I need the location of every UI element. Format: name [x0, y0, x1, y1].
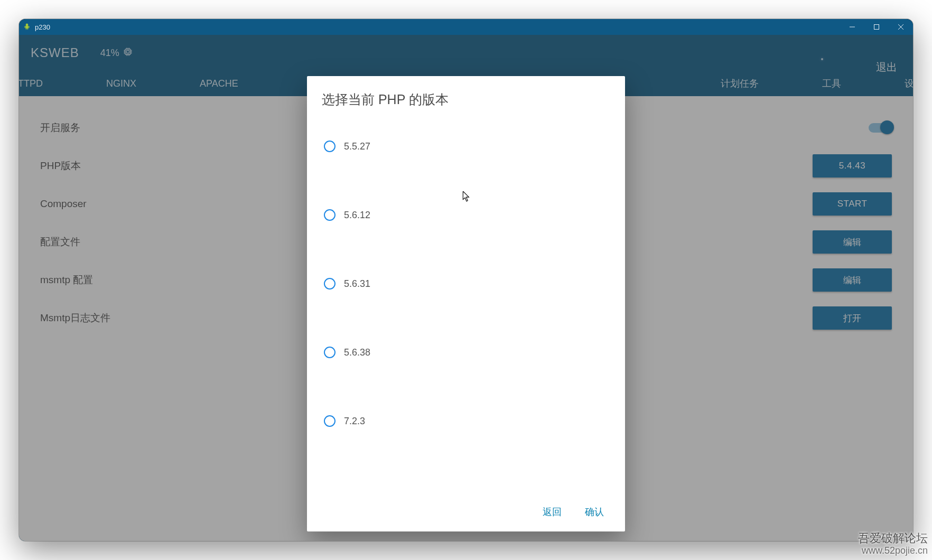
dialog-confirm-button[interactable]: 确认: [585, 506, 604, 518]
window-controls: [840, 19, 913, 35]
php-option-5-5-27[interactable]: 5.5.27: [324, 121, 608, 190]
dialog-body: 5.5.27 5.6.12 5.6.31 5.6.38 7.2.3: [307, 116, 625, 498]
minimize-button[interactable]: [840, 19, 864, 35]
php-option-5-6-31[interactable]: 5.6.31: [324, 258, 608, 327]
android-icon: [23, 23, 31, 31]
svg-rect-6: [874, 25, 879, 30]
watermark-line2: www.52pojie.cn: [858, 545, 928, 557]
option-label: 5.5.27: [344, 141, 370, 152]
radio-icon: [324, 415, 335, 427]
app-window: p230 KSWEB 41%: [19, 19, 913, 541]
radio-icon: [324, 347, 335, 358]
php-version-dialog: 选择当前 PHP 的版本 5.5.27 5.6.12 5.6.31 5.6.38…: [307, 76, 625, 531]
php-option-5-6-12[interactable]: 5.6.12: [324, 190, 608, 258]
dialog-actions: 返回 确认: [307, 498, 625, 531]
close-button[interactable]: [889, 19, 913, 35]
dialog-back-button[interactable]: 返回: [543, 506, 562, 518]
titlebar: p230: [19, 19, 913, 35]
php-option-7-2-3[interactable]: 7.2.3: [324, 396, 608, 464]
dialog-title: 选择当前 PHP 的版本: [307, 76, 625, 116]
svg-rect-5: [27, 29, 28, 30]
radio-icon: [324, 278, 335, 290]
php-option-5-6-38[interactable]: 5.6.38: [324, 327, 608, 396]
window-title: p230: [35, 23, 50, 31]
maximize-button[interactable]: [864, 19, 889, 35]
radio-icon: [324, 209, 335, 221]
option-label: 5.6.31: [344, 278, 370, 290]
option-label: 5.6.12: [344, 210, 370, 221]
option-label: 7.2.3: [344, 416, 365, 427]
svg-rect-4: [26, 29, 26, 30]
radio-icon: [324, 141, 335, 152]
svg-rect-2: [24, 26, 25, 28]
option-label: 5.6.38: [344, 347, 370, 358]
svg-rect-0: [25, 26, 29, 29]
svg-point-1: [26, 24, 29, 26]
svg-rect-3: [29, 26, 30, 28]
